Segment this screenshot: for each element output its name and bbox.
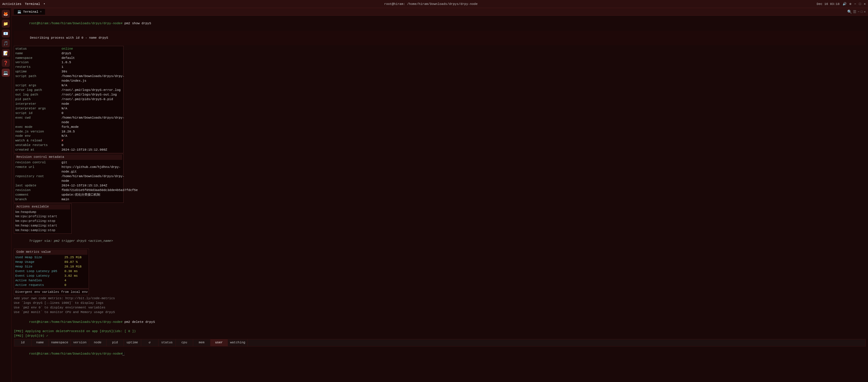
pm2-line-1: [PM2] Applying action deleteProcessId on…	[14, 329, 866, 334]
datetime: Dec 16 03:18	[816, 2, 839, 6]
revision-control-header: Revision control metadata	[15, 154, 122, 160]
dock-notes[interactable]: 📝	[2, 49, 10, 57]
action-2: km:cpu:profiling:start	[15, 214, 70, 219]
terminal-body[interactable]: root@hiram:/home/hiram/Downloads/drpys/d…	[11, 15, 868, 382]
col-status: status	[158, 339, 176, 346]
settings-icon[interactable]: ⚙	[849, 2, 851, 6]
pm2-line-2: [PM2] [drpyS](0) ✓	[14, 334, 866, 339]
volume-icon[interactable]: 🔊	[843, 2, 847, 6]
main-container: 🦊 📁 📧 🎵 📝 ❓ 💻 💻 Terminal ✕ 🔍 ☰ − □ ✕	[0, 8, 868, 382]
col-id: id	[14, 339, 31, 346]
divergent-env-text: Divergent env variables from local env	[15, 290, 88, 294]
revision-control-box: Revision control metadata revision contr…	[14, 154, 124, 203]
action-1: km:heapdump	[15, 210, 70, 215]
trigger-hint: Trigger via: pm2 trigger drpyS <action_n…	[14, 234, 866, 248]
action-3: km:cpu:profiling:stop	[15, 219, 70, 223]
prompt-2: root@hiram:/home/hiram/Downloads/drpys/d…	[29, 320, 122, 324]
col-namespace: namespace	[49, 339, 71, 346]
metrics-header: Code metrics value	[15, 250, 88, 255]
col-uptime: uptime	[124, 339, 141, 346]
action-5: km:heap:sampling:stop	[15, 228, 70, 233]
cursor: █	[122, 352, 124, 355]
dock-firefox[interactable]: 🦊	[2, 10, 10, 18]
top-bar: Activities Terminal ▾ root@hiram: /home/…	[0, 0, 868, 8]
process-table-row: id name namespace version node pid uptim…	[14, 339, 866, 347]
actions-box: Actions available km:heapdump km:cpu:pro…	[14, 203, 72, 234]
win-minimize-icon[interactable]: −	[858, 10, 860, 13]
terminal-window: 💻 Terminal ✕ 🔍 ☰ − □ ✕ root@hiram:/home/…	[11, 8, 868, 382]
terminal-menu[interactable]: Terminal	[25, 2, 40, 6]
divergent-env-box: Divergent env variables from local env	[14, 289, 89, 296]
terminal-tab-icon: 💻	[17, 10, 21, 13]
action-4: km:heap:sampling:start	[15, 223, 70, 228]
command-line-1: root@hiram:/home/hiram/Downloads/drpys/d…	[14, 17, 866, 31]
hint-3: Use `pm2 env 0` to display environment v…	[14, 306, 866, 310]
prompt-1: root@hiram:/home/hiram/Downloads/drpys/d…	[29, 22, 122, 25]
top-bar-left: Activities Terminal ▾	[2, 2, 45, 6]
menu-icon[interactable]: ☰	[853, 9, 857, 14]
top-bar-right: Dec 16 03:18 🔊 ⚙ − □ ✕	[816, 2, 866, 6]
hint-4: Use `pm2 monit` to monitor CPU and Memor…	[14, 310, 866, 315]
col-user: user	[211, 339, 228, 346]
col-mode: node	[89, 339, 106, 346]
terminal-tab[interactable]: 💻 Terminal ✕	[14, 9, 45, 15]
dock-email[interactable]: 📧	[2, 29, 10, 37]
dock: 🦊 📁 📧 🎵 📝 ❓ 💻	[0, 8, 11, 382]
col-name: name	[31, 339, 49, 346]
command-line-2: root@hiram:/home/hiram/Downloads/drpys/d…	[14, 315, 866, 329]
close-button[interactable]: ✕	[864, 2, 866, 6]
dock-help[interactable]: ❓	[2, 59, 10, 67]
terminal-tab-close[interactable]: ✕	[40, 10, 41, 13]
col-version: version	[71, 339, 89, 346]
describe-line: Describing process with id 0 - name drpy…	[14, 31, 866, 45]
dock-terminal[interactable]: 💻	[2, 69, 10, 77]
process-info-box: statusonline namedrpyS namespacedefault …	[14, 46, 124, 153]
maximize-button[interactable]: □	[859, 2, 861, 6]
process-info-table: statusonline namedrpyS namespacedefault …	[15, 47, 122, 152]
dock-music[interactable]: 🎵	[2, 39, 10, 47]
hint-1: Add your own code metrics: http://bit.ly…	[14, 296, 866, 301]
col-mem: mem	[193, 339, 211, 346]
actions-header: Actions available	[15, 204, 70, 209]
final-prompt-line: root@hiram:/home/hiram/Downloads/drpys/d…	[14, 347, 866, 361]
revision-table: revision controlgit remote urlhttps://gi…	[15, 161, 122, 202]
terminal-tab-label: Terminal	[23, 10, 38, 13]
win-maximize-icon[interactable]: □	[861, 10, 863, 13]
top-bar-title: root@hiram: /home/hiram/Downloads/drpys/…	[45, 2, 816, 6]
col-refresh: ↺	[141, 339, 158, 346]
dock-files[interactable]: 📁	[2, 20, 10, 28]
final-prompt: root@hiram:/home/hiram/Downloads/drpys/d…	[29, 352, 122, 355]
minimize-button[interactable]: −	[854, 2, 856, 6]
win-close-icon[interactable]: ✕	[864, 10, 866, 13]
search-icon[interactable]: 🔍	[847, 9, 852, 14]
col-watching: watching	[228, 339, 248, 346]
hint-2: Use `logs drpyS [--lines 1000]` to displ…	[14, 301, 866, 306]
metrics-box: Code metrics value Used Heap Size25.25 M…	[14, 249, 89, 288]
activities-button[interactable]: Activities	[2, 2, 21, 6]
col-cpu: cpu	[176, 339, 193, 346]
tab-bar: 💻 Terminal ✕ 🔍 ☰ − □ ✕	[11, 8, 868, 15]
col-pid: pid	[106, 339, 124, 346]
